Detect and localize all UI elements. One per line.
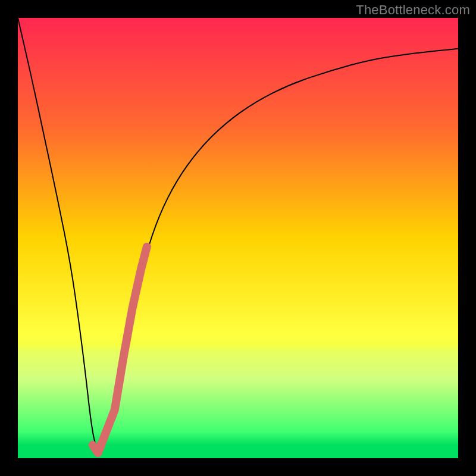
plot-area: [18, 18, 458, 458]
gradient-background: [18, 18, 458, 458]
chart-frame: TheBottleneck.com: [0, 0, 476, 476]
plot-svg: [18, 18, 458, 458]
watermark-text: TheBottleneck.com: [356, 2, 470, 18]
